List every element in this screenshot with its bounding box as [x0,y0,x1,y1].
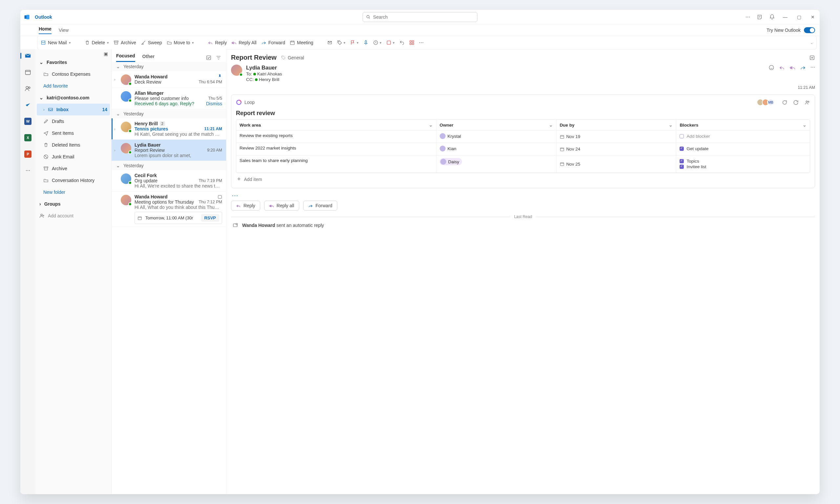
message-item[interactable]: Cecil Fork Org updateThu 7:19 PM Hi All,… [111,170,226,192]
filter-icon[interactable] [215,55,222,61]
add-favorite-link[interactable]: Add favorite [37,80,110,92]
account-header[interactable]: ⌄katri@contoso.com [37,92,110,104]
table-row[interactable]: Review 2022 market insightsKianNov 24Get… [236,143,459,156]
svg-rect-20 [138,216,142,219]
rsvp-button[interactable]: RSVP [201,214,219,222]
sweep-button[interactable]: Sweep [141,40,162,45]
svg-point-14 [29,87,30,89]
favorites-header[interactable]: ⌄Favorites [37,56,110,68]
svg-point-30 [236,223,238,225]
svg-rect-3 [114,41,118,42]
group-header[interactable]: ⌄Yesterday [111,62,226,71]
tab-bar: Home View Try New Outlook [20,24,459,36]
nudge-text: Received 6 days ago. Reply? [135,101,194,106]
calendar-item-icon [217,195,222,199]
reading-pane: Report Review General Lydia Bauer To: Ka… [226,49,459,272]
message-item[interactable]: Allan Munger Please send customer infoTh… [111,88,226,109]
replyall-pill[interactable]: Reply all [264,201,299,211]
pin-icon[interactable] [363,40,368,45]
new-folder-link[interactable]: New folder [37,186,110,198]
message-item[interactable]: Wanda Howard Meeting options for Thursda… [111,192,226,227]
message-item-selected[interactable]: › Lydia Bauer Report Review9:20 AM Lorem… [111,140,226,161]
expand-icon[interactable]: › [114,148,118,152]
folder-contoso-expenses[interactable]: Contoso Expenses [37,68,110,80]
forward-pill[interactable]: Forward [303,201,337,211]
message-item[interactable]: › Wanda Howard Deck ReviewThu 6:54 PM [111,71,226,88]
moveto-button[interactable]: Move to▾ [167,40,194,45]
rail-more[interactable]: ⋯ [23,166,33,175]
undo-icon[interactable] [399,40,405,45]
meeting-button[interactable]: Meeting [290,40,313,45]
message-list: Focused Other ⌄Yesterday › Wanda Howard … [111,49,226,272]
svg-rect-19 [218,195,222,198]
svg-rect-18 [207,56,211,60]
flag-icon[interactable]: ▾ [350,40,358,45]
add-account-link[interactable]: Add account [37,210,110,222]
delete-button[interactable]: Delete▾ [85,40,109,45]
tab-home[interactable]: Home [39,26,52,34]
svg-point-13 [26,86,28,89]
group-header[interactable]: ⌄Yesterday [111,109,226,119]
apps-icon[interactable] [409,40,415,45]
tab-view[interactable]: View [59,28,69,33]
main: W X P ⋯ ▣ ⌄Favorites Contoso Expenses Ad… [20,49,459,272]
tag-icon[interactable]: ▾ [337,40,346,45]
folder-junk[interactable]: Junk Email [37,151,110,163]
rail-excel[interactable]: X [23,133,33,142]
sender-avatar [231,65,242,76]
tab-focused[interactable]: Focused [116,53,135,62]
groups-header[interactable]: ›Groups [37,198,110,210]
svg-rect-12 [25,70,31,74]
auto-reply-row[interactable]: Wanda Howard sent an automatic reply [226,219,459,232]
tab-other[interactable]: Other [142,54,155,62]
table-row[interactable]: Review the existing reportsKrystalNov 19… [236,130,459,143]
svg-rect-16 [44,167,48,168]
new-mail-button[interactable]: New Mail▾ [41,40,71,45]
expand-icon[interactable]: › [114,77,118,81]
select-all-icon[interactable] [206,55,212,61]
rail-word[interactable]: W [23,117,33,126]
dismiss-link[interactable]: Dismiss [206,101,222,106]
snooze-icon[interactable]: ▾ [373,40,382,45]
rail-powerpoint[interactable]: P [23,149,33,159]
expand-message-icon[interactable]: ⋯ [226,192,459,199]
read-unread-icon[interactable] [327,40,332,45]
reply-pill[interactable]: Reply [231,201,260,211]
mail-subject: Report Review [231,54,277,61]
ribbon-more-icon[interactable]: ⋯ [419,40,424,45]
reply-button[interactable]: Reply [208,40,227,45]
rail-people[interactable] [23,84,33,93]
loop-table[interactable]: Work area⌄ Owner⌄ Due by⌄ Blockers⌄ Revi… [236,119,459,173]
group-header[interactable]: ⌄Yesterday [111,161,226,170]
svg-rect-8 [410,41,412,42]
ribbon: New Mail▾ Delete▾ Archive Sweep Move to▾… [37,36,459,49]
folder-sent[interactable]: Sent Items [37,127,110,139]
message-item[interactable]: › Henry Brill2 Tennis pictures11:21 AM H… [111,119,226,140]
left-rail: W X P ⋯ [20,49,35,272]
rail-todo[interactable] [23,100,33,109]
expand-icon[interactable]: › [114,127,118,131]
archive-button[interactable]: Archive [113,40,136,45]
folder-deleted[interactable]: Deleted Items [37,139,110,151]
folder-archive[interactable]: Archive [37,163,110,175]
add-item-row[interactable]: +Add item [236,173,459,185]
collapse-folders-icon[interactable]: ▣ [37,51,110,56]
app-logo-icon [20,14,33,20]
loop-title: Report review [236,110,459,117]
rail-calendar[interactable] [23,68,33,77]
rail-mail[interactable] [23,51,33,60]
forward-button[interactable]: Forward [261,40,285,45]
search-input[interactable] [373,14,459,20]
folder-conversation-history[interactable]: Conversation History [37,175,110,186]
search-box[interactable] [363,12,459,22]
folder-inbox[interactable]: › Inbox14 [37,104,110,115]
message-timestamp: 11:21 AM [226,85,459,90]
folder-pane: ▣ ⌄Favorites Contoso Expenses Add favori… [35,49,111,272]
folder-drafts[interactable]: Drafts [37,115,110,127]
rules-icon[interactable]: ▾ [386,40,395,45]
replyall-button[interactable]: Reply All [231,40,256,45]
svg-point-2 [367,15,369,18]
loop-component[interactable]: Loop MB Report review Work area⌄ Owner⌄ … [231,94,459,188]
category-general[interactable]: General [281,55,304,60]
table-row[interactable]: Sales team to share early planningDaisyN… [236,156,459,173]
